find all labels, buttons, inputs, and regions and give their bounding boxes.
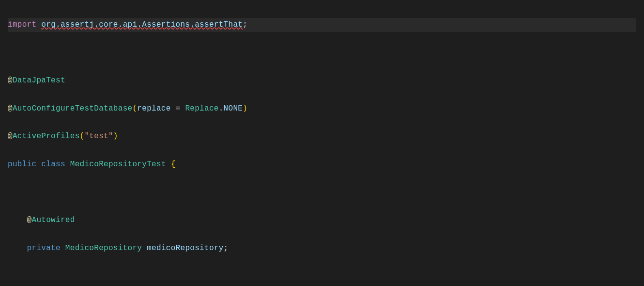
code-line[interactable] (8, 269, 636, 283)
code-line[interactable]: private MedicoRepository medicoRepositor… (8, 241, 636, 255)
annotation-at: @ (27, 216, 32, 224)
field-type: MedicoRepository (65, 244, 142, 253)
lbrace: { (171, 160, 176, 169)
annotation-name: ActiveProfiles (13, 132, 80, 141)
param-name: replace (137, 104, 170, 113)
code-line[interactable] (8, 46, 636, 60)
annotation-at: @ (8, 76, 13, 85)
code-line[interactable]: @AutoConfigureTestDatabase(replace = Rep… (8, 102, 636, 116)
annotation-name: Autowired (32, 216, 75, 224)
keyword-import: import (8, 20, 36, 29)
import-path: org.assertj.core.api.Assertions.assertTh… (41, 20, 243, 29)
lparen: ( (80, 132, 85, 141)
enum-value: NONE (224, 104, 243, 113)
rparen: ) (113, 132, 118, 141)
string-literal: "test" (84, 132, 113, 141)
keyword-private: private (27, 244, 61, 253)
annotation-at: @ (8, 104, 13, 113)
semicolon: ; (224, 244, 229, 253)
code-line[interactable]: @ActiveProfiles("test") (8, 129, 636, 143)
code-line[interactable]: public class MedicoRepositoryTest { (8, 158, 636, 172)
keyword-public: public (8, 160, 36, 169)
field-name: medicoRepository (147, 244, 223, 253)
eq: = (171, 104, 185, 113)
keyword-class: class (41, 160, 65, 169)
lparen: ( (132, 104, 137, 113)
enum-type: Replace (185, 104, 218, 113)
code-line[interactable]: import org.assertj.core.api.Assertions.a… (8, 18, 636, 32)
code-editor[interactable]: import org.assertj.core.api.Assertions.a… (8, 4, 636, 286)
code-line[interactable] (8, 185, 636, 199)
code-line[interactable]: @Autowired (8, 213, 636, 227)
annotation-at: @ (8, 132, 13, 141)
annotation-name: AutoConfigureTestDatabase (13, 104, 133, 113)
rparen: ) (243, 104, 247, 113)
annotation-name: DataJpaTest (13, 76, 65, 85)
class-name: MedicoRepositoryTest (70, 160, 166, 169)
dot: . (219, 104, 224, 113)
code-line[interactable]: @DataJpaTest (8, 74, 636, 88)
semicolon: ; (243, 20, 247, 29)
